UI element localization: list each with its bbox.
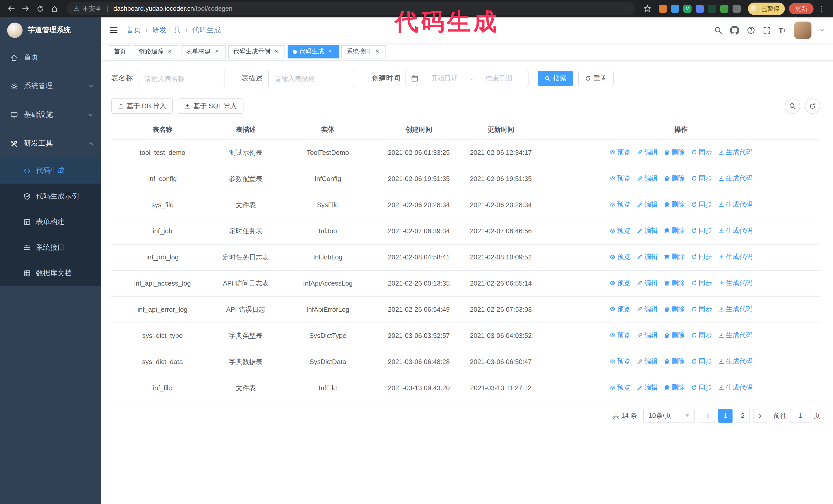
- action-generate[interactable]: 生成代码: [718, 251, 753, 262]
- breadcrumb-item[interactable]: 首页: [127, 26, 141, 35]
- bookmark-star-icon[interactable]: [641, 3, 653, 15]
- reset-button[interactable]: 重置: [578, 71, 614, 86]
- action-edit[interactable]: 编辑: [637, 199, 658, 210]
- help-icon[interactable]: [747, 26, 755, 34]
- sidebar-subitem-codegen[interactable]: 代码生成: [0, 158, 101, 184]
- action-sync[interactable]: 同步: [691, 330, 712, 340]
- close-icon[interactable]: ×: [166, 48, 173, 55]
- sidebar-item-infra[interactable]: 基础设施: [0, 100, 101, 129]
- action-preview[interactable]: 预览: [610, 199, 630, 210]
- action-delete[interactable]: 删除: [664, 251, 685, 262]
- ext-orange-icon[interactable]: [659, 5, 667, 13]
- close-icon[interactable]: ×: [374, 48, 381, 55]
- tab-codegen[interactable]: 代码生成 ×: [288, 45, 339, 58]
- action-generate[interactable]: 生成代码: [718, 199, 753, 210]
- tab-system-api[interactable]: 系统接口 ×: [341, 45, 386, 58]
- prev-page-button[interactable]: [701, 408, 715, 423]
- action-edit[interactable]: 编辑: [637, 173, 658, 183]
- refresh-table-button[interactable]: [805, 98, 820, 114]
- action-edit[interactable]: 编辑: [637, 147, 658, 157]
- goto-page-input[interactable]: [790, 408, 810, 423]
- import-sql-button[interactable]: 基于 SQL 导入: [178, 98, 244, 114]
- toggle-search-button[interactable]: [785, 98, 800, 114]
- ext-green-check-icon[interactable]: V: [683, 5, 691, 13]
- action-delete[interactable]: 删除: [664, 173, 685, 183]
- action-delete[interactable]: 删除: [664, 330, 685, 340]
- chrome-menu-icon[interactable]: ⋮: [815, 3, 828, 15]
- sidebar-subitem-form-build[interactable]: 表单构建: [0, 209, 101, 235]
- hamburger-icon[interactable]: [109, 26, 118, 35]
- action-sync[interactable]: 同步: [691, 251, 712, 262]
- action-preview[interactable]: 预览: [610, 173, 630, 183]
- action-sync[interactable]: 同步: [691, 173, 712, 183]
- action-sync[interactable]: 同步: [691, 356, 712, 366]
- page-button-2[interactable]: 2: [736, 408, 750, 423]
- action-preview[interactable]: 预览: [610, 147, 630, 157]
- tab-codegen-example[interactable]: 代码生成示例 ×: [228, 45, 285, 58]
- user-avatar[interactable]: [794, 22, 811, 39]
- app-logo[interactable]: 芋道管理系统: [0, 18, 101, 43]
- action-edit[interactable]: 编辑: [637, 278, 658, 288]
- action-delete[interactable]: 删除: [664, 147, 685, 157]
- start-date-placeholder[interactable]: 开始日期: [420, 74, 469, 83]
- browser-home-icon[interactable]: [48, 3, 61, 15]
- action-delete[interactable]: 删除: [664, 382, 685, 392]
- ext-blue-drop-icon[interactable]: [671, 5, 679, 13]
- reload-icon[interactable]: [34, 3, 46, 15]
- action-generate[interactable]: 生成代码: [718, 304, 753, 314]
- action-sync[interactable]: 同步: [691, 278, 712, 288]
- sidebar-item-devtools[interactable]: 研发工具: [0, 129, 101, 158]
- action-generate[interactable]: 生成代码: [718, 147, 753, 157]
- action-generate[interactable]: 生成代码: [718, 225, 753, 236]
- tab-home[interactable]: 首页: [109, 45, 131, 58]
- action-preview[interactable]: 预览: [610, 304, 630, 314]
- next-page-button[interactable]: [753, 408, 767, 423]
- sidebar-subitem-codegen-example[interactable]: 代码生成示例: [0, 184, 101, 209]
- end-date-placeholder[interactable]: 结束日期: [475, 74, 523, 83]
- action-delete[interactable]: 删除: [664, 356, 685, 366]
- page-size-select[interactable]: 10条/页: [643, 408, 695, 423]
- sidebar-subitem-system-api[interactable]: 系统接口: [0, 235, 101, 261]
- action-sync[interactable]: 同步: [691, 225, 712, 236]
- action-edit[interactable]: 编辑: [637, 382, 658, 392]
- search-button[interactable]: 搜索: [538, 71, 573, 86]
- ext-people-icon[interactable]: [696, 5, 704, 13]
- sidebar-item-system[interactable]: 系统管理: [0, 72, 101, 100]
- action-edit[interactable]: 编辑: [637, 356, 658, 366]
- action-delete[interactable]: 删除: [664, 304, 685, 314]
- action-delete[interactable]: 删除: [664, 278, 685, 288]
- back-icon[interactable]: [5, 3, 18, 15]
- search-icon[interactable]: [714, 26, 722, 34]
- forward-icon[interactable]: [20, 3, 32, 15]
- action-sync[interactable]: 同步: [691, 199, 712, 210]
- action-preview[interactable]: 预览: [610, 251, 630, 262]
- action-preview[interactable]: 预览: [610, 382, 630, 392]
- font-size-icon[interactable]: TT: [779, 26, 786, 34]
- sidebar-subitem-db-doc[interactable]: 数据库文档: [0, 261, 101, 286]
- update-button[interactable]: 更新: [789, 3, 813, 14]
- close-icon[interactable]: ×: [273, 48, 280, 55]
- action-delete[interactable]: 删除: [664, 199, 685, 210]
- action-generate[interactable]: 生成代码: [718, 278, 753, 288]
- ext-dark-icon[interactable]: [708, 5, 716, 13]
- action-sync[interactable]: 同步: [691, 147, 712, 157]
- action-delete[interactable]: 删除: [664, 225, 685, 236]
- tab-form-build[interactable]: 表单构建 ×: [181, 45, 225, 58]
- tab-tracing[interactable]: 链路追踪 ×: [134, 45, 178, 58]
- page-button-1[interactable]: 1: [718, 408, 733, 423]
- action-edit[interactable]: 编辑: [637, 251, 658, 262]
- action-preview[interactable]: 预览: [610, 225, 630, 236]
- action-generate[interactable]: 生成代码: [718, 356, 753, 366]
- import-db-button[interactable]: 基于 DB 导入: [111, 98, 173, 114]
- ext-leaf-icon[interactable]: [720, 5, 729, 13]
- sidebar-item-home[interactable]: 首页: [0, 43, 101, 72]
- fullscreen-icon[interactable]: [763, 26, 771, 34]
- ext-puzzle-icon[interactable]: [733, 5, 741, 13]
- action-edit[interactable]: 编辑: [637, 225, 658, 236]
- table-desc-input[interactable]: [268, 70, 355, 87]
- breadcrumb-item[interactable]: 代码生成: [192, 26, 221, 35]
- github-icon[interactable]: [730, 26, 739, 35]
- action-sync[interactable]: 同步: [691, 382, 712, 392]
- chevron-down-icon[interactable]: [819, 27, 825, 33]
- action-edit[interactable]: 编辑: [637, 304, 658, 314]
